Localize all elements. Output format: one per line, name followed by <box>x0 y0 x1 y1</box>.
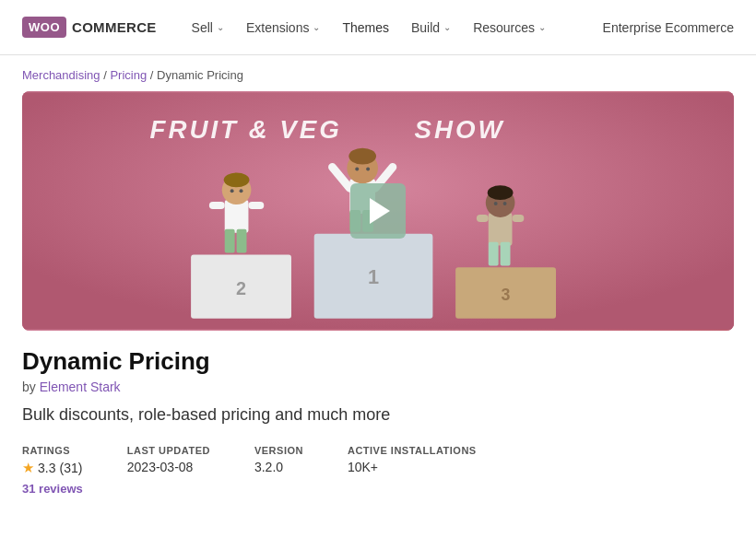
svg-rect-32 <box>477 215 489 222</box>
nav-item-extensions[interactable]: Extensions ⌄ <box>246 20 320 35</box>
product-description: Bulk discounts, role-based pricing and m… <box>22 405 734 425</box>
product-author: by Element Stark <box>22 380 734 394</box>
svg-text:SHOW: SHOW <box>415 115 505 144</box>
nav-item-themes[interactable]: Themes <box>342 20 389 35</box>
svg-point-29 <box>488 185 514 200</box>
product-stats: RATINGS ★ 3.3 (31) 31 reviews LAST UPDAT… <box>22 445 734 496</box>
last-updated-label: LAST UPDATED <box>127 445 210 456</box>
main-nav: WOO COMMERCE Sell ⌄ Extensions ⌄ Themes … <box>0 0 756 55</box>
product-video[interactable]: FRUIT & VEG SHOW 2 1 3 <box>22 91 734 331</box>
svg-rect-35 <box>501 242 511 266</box>
last-updated-value: 2023-03-08 <box>127 460 210 474</box>
svg-text:2: 2 <box>236 278 246 298</box>
breadcrumb: Merchandising / Pricing / Dynamic Pricin… <box>0 55 756 91</box>
nav-link-extensions[interactable]: Extensions ⌄ <box>246 20 320 35</box>
product-title: Dynamic Pricing <box>22 347 734 376</box>
logo-woo-badge: WOO <box>22 17 66 38</box>
rating-count: (31) <box>59 461 82 475</box>
chevron-down-icon: ⌄ <box>217 22 224 32</box>
svg-rect-9 <box>225 200 249 233</box>
svg-point-21 <box>355 167 359 170</box>
author-prefix: by <box>22 380 36 394</box>
active-installs-label: ACTIVE INSTALLATIONS <box>348 445 477 456</box>
version-label: VERSION <box>254 445 303 456</box>
svg-text:3: 3 <box>502 286 511 304</box>
ratings-label: RATINGS <box>22 445 83 456</box>
active-installs-value: 10K+ <box>348 460 477 474</box>
chevron-down-icon: ⌄ <box>313 22 320 32</box>
svg-text:1: 1 <box>368 265 379 288</box>
breadcrumb-current: Dynamic Pricing <box>157 68 243 82</box>
nav-link-sell[interactable]: Sell ⌄ <box>192 20 224 35</box>
logo-commerce-text: COMMERCE <box>72 19 157 35</box>
breadcrumb-link-pricing[interactable]: Pricing <box>110 68 147 82</box>
stat-ratings: RATINGS ★ 3.3 (31) 31 reviews <box>22 445 83 496</box>
nav-link-themes[interactable]: Themes <box>342 20 389 35</box>
svg-rect-14 <box>209 202 225 209</box>
svg-rect-33 <box>512 215 524 222</box>
nav-link-enterprise[interactable]: Enterprise Ecommerce <box>603 20 734 35</box>
chevron-down-icon: ⌄ <box>443 22 451 32</box>
play-button[interactable] <box>350 183 406 239</box>
play-icon <box>370 198 390 224</box>
rating-number: 3.3 <box>38 461 55 475</box>
svg-rect-16 <box>225 229 235 253</box>
star-icon: ★ <box>22 460 34 476</box>
svg-point-31 <box>503 202 507 205</box>
svg-text:FRUIT & VEG: FRUIT & VEG <box>150 115 342 144</box>
nav-link-build[interactable]: Build ⌄ <box>411 20 451 35</box>
svg-point-20 <box>348 148 376 165</box>
svg-rect-34 <box>489 242 499 266</box>
svg-rect-17 <box>237 229 247 253</box>
stat-version: VERSION 3.2.0 <box>254 445 303 474</box>
breadcrumb-link-merchandising[interactable]: Merchandising <box>22 68 100 82</box>
stat-last-updated: LAST UPDATED 2023-03-08 <box>127 445 210 474</box>
stat-active-installs: ACTIVE INSTALLATIONS 10K+ <box>348 445 477 474</box>
chevron-down-icon: ⌄ <box>538 22 546 32</box>
video-background: FRUIT & VEG SHOW 2 1 3 <box>22 91 734 331</box>
version-value: 3.2.0 <box>254 460 303 474</box>
breadcrumb-separator: / <box>150 68 157 82</box>
nav-item-build[interactable]: Build ⌄ <box>411 20 451 35</box>
ratings-value: ★ 3.3 (31) <box>22 460 83 476</box>
logo[interactable]: WOO COMMERCE <box>22 17 157 38</box>
nav-item-sell[interactable]: Sell ⌄ <box>192 20 224 35</box>
svg-point-12 <box>230 189 234 193</box>
svg-point-22 <box>366 167 370 170</box>
reviews-link[interactable]: 31 reviews <box>22 482 83 496</box>
nav-menu: Sell ⌄ Extensions ⌄ Themes Build ⌄ Resou… <box>192 20 546 35</box>
nav-item-resources[interactable]: Resources ⌄ <box>473 20 546 35</box>
main-content: FRUIT & VEG SHOW 2 1 3 <box>0 91 756 523</box>
svg-point-11 <box>224 172 250 187</box>
svg-rect-27 <box>489 213 513 246</box>
nav-link-resources[interactable]: Resources ⌄ <box>473 20 546 35</box>
author-link[interactable]: Element Stark <box>40 380 121 394</box>
svg-point-30 <box>494 202 498 205</box>
svg-point-13 <box>240 189 243 193</box>
svg-rect-15 <box>248 202 264 209</box>
